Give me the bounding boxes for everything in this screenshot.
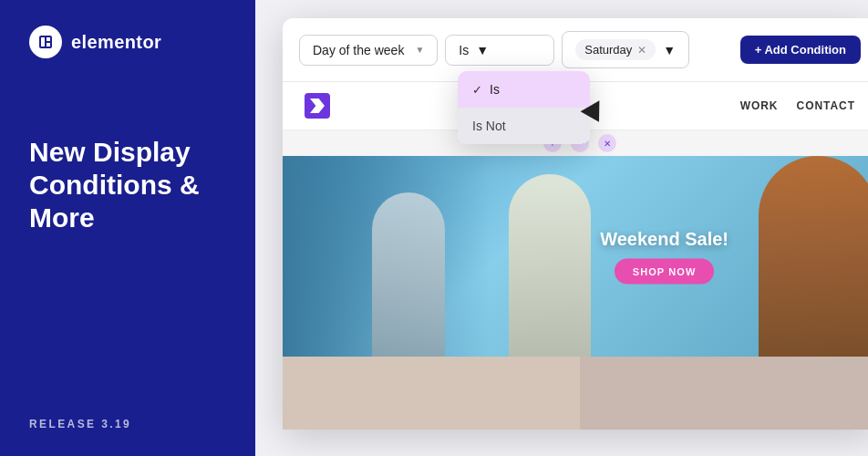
saturday-remove-icon[interactable]: ✕ [637,44,646,57]
add-condition-label: + Add Condition [755,43,846,57]
nav-contact[interactable]: CONTACT [797,99,856,112]
bottom-grid [283,357,868,430]
hero-figure-left [372,192,445,357]
saturday-tag: Saturday ✕ [575,39,656,60]
left-panel: elementor New Display Conditions & More … [0,0,255,456]
is-dropdown: ✓ Is Is Not [458,71,590,144]
browser-mockup: Day of the week ▼ Is ▼ Saturday ✕ ▼ + Ad… [283,18,868,430]
nav-links: WORK CONTACT [740,99,855,112]
hero-figure-right [759,156,868,357]
hero-text-block: Weekend Sale! SHOP NOW [600,229,728,285]
check-icon: ✓ [472,83,482,97]
add-condition-button[interactable]: + Add Condition [740,36,861,64]
dropdown-is-item[interactable]: ✓ Is [458,71,590,108]
day-label: Day of the week [313,43,404,57]
brand-name: elementor [71,32,161,53]
day-of-week-select[interactable]: Day of the week ▼ [299,35,438,66]
is-option-label: Is [490,82,500,97]
main-headline: New Display Conditions & More [29,136,226,234]
release-label: RELEASE 3.19 [29,254,226,430]
is-chevron-icon: ▼ [476,43,489,57]
logo-area: elementor [29,26,226,58]
hero-title: Weekend Sale! [600,229,728,250]
nav-work[interactable]: WORK [740,99,779,112]
hero-area: Weekend Sale! SHOP NOW [283,156,868,357]
is-label: Is [459,43,469,57]
saturday-chevron-icon: ▼ [663,43,676,57]
svg-rect-2 [46,37,50,41]
grid-cell-2 [580,357,868,430]
right-panel: Day of the week ▼ Is ▼ Saturday ✕ ▼ + Ad… [255,0,868,456]
saturday-label: Saturday [584,43,632,57]
site-logo [305,93,330,119]
dropdown-isnot-item[interactable]: Is Not [458,108,590,144]
saturday-select[interactable]: Saturday ✕ ▼ [562,31,689,68]
day-chevron-icon: ▼ [415,45,424,55]
grid-cell-1 [283,357,580,430]
isnot-option-label: Is Not [472,119,506,133]
is-select[interactable]: Is ▼ [445,35,554,66]
site-logo-shape [310,98,325,113]
svg-rect-3 [46,43,50,47]
elementor-logo-icon [29,26,62,58]
svg-rect-1 [41,37,45,47]
shop-now-button[interactable]: SHOP NOW [615,259,715,285]
hero-figure-center [509,174,591,357]
toolbar-close-btn[interactable]: ✕ [598,134,616,152]
